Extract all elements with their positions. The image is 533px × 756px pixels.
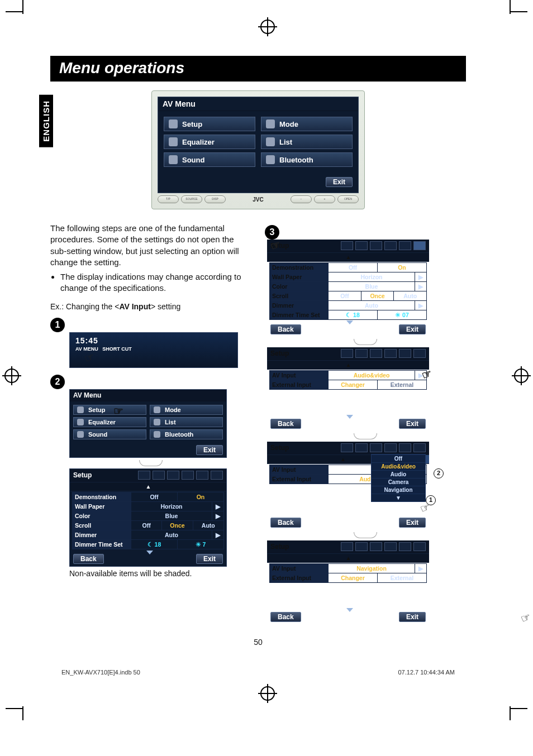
tab-icon[interactable] [341,443,353,452]
back-button[interactable]: Back [73,554,104,564]
tab-icon[interactable] [355,349,368,358]
seg-off[interactable]: Off [131,492,177,501]
exit-button[interactable]: Exit [399,612,426,622]
tab-icon[interactable] [167,471,179,480]
tab-icon[interactable] [413,443,426,452]
exit-button[interactable]: Exit [196,445,223,455]
tab-icon[interactable] [138,471,150,480]
tab-icon[interactable] [370,542,382,551]
tab-icon[interactable] [355,542,368,551]
scroll-down-button[interactable] [346,324,353,334]
seg-value[interactable]: Auto [328,301,415,310]
seg-off[interactable]: Off [328,291,361,300]
tab-icon[interactable] [413,349,426,358]
scroll-down-button[interactable] [346,419,353,429]
av-menu-item-mode[interactable]: Mode [150,405,223,415]
seg-value[interactable]: Audio&video [328,371,415,380]
tab-icon[interactable] [399,443,411,452]
seg-auto[interactable]: Auto [393,291,426,300]
av-menu-item-bluetooth[interactable]: Bluetooth [261,152,353,167]
av-menu-item-sound[interactable]: Sound [73,429,146,439]
scroll-down-button[interactable] [346,612,353,622]
tab-icon[interactable] [384,542,397,551]
dd-item[interactable]: Navigation [372,486,425,494]
tab-icon[interactable] [182,471,194,480]
tab-icon[interactable] [399,542,411,551]
seg-once[interactable]: Once [361,291,394,300]
tab-icon[interactable] [341,241,353,250]
scroll-up-button[interactable]: ▲ [267,554,429,562]
back-button[interactable]: Back [270,324,301,334]
av-menu-item-list[interactable]: List [150,417,223,427]
back-button[interactable]: Back [270,419,301,429]
dd-item[interactable]: Camera [372,478,425,486]
tab-icon[interactable] [384,443,397,452]
seg-value[interactable]: Auto [131,530,212,539]
tab-icon[interactable] [341,542,353,551]
seg-external[interactable]: External [377,573,426,582]
scroll-down-button[interactable] [146,554,153,563]
dd-item[interactable]: Audio&video [372,462,425,470]
scroll-up-button[interactable]: ▲ [267,253,429,261]
phys-btn-source[interactable]: SOURCE [181,195,202,203]
av-menu-item-equalizer[interactable]: Equalizer [73,417,146,427]
seg-changer[interactable]: Changer [328,573,377,582]
av-menu-item-list[interactable]: List [261,135,353,149]
tab-icon[interactable] [196,471,208,480]
tab-icon[interactable] [211,471,223,480]
seg-on[interactable]: On [177,492,223,501]
seg-auto[interactable]: Auto [193,521,223,530]
chevron-right-icon[interactable]: ▶ [212,502,223,511]
exit-button[interactable]: Exit [399,518,426,528]
seg-value[interactable]: Navigation [328,564,415,573]
seg-off[interactable]: Off [328,263,377,272]
seg-on[interactable]: On [377,263,426,272]
seg-day[interactable]: ☀ 7 [177,540,223,549]
phys-btn-plus[interactable]: + [314,195,335,203]
scroll-up-button[interactable]: ▲ [70,482,226,491]
chevron-right-icon[interactable]: ▶ [415,282,426,291]
av-menu-item-setup[interactable]: Setup [73,405,146,415]
tab-icon[interactable] [384,241,397,250]
exit-button[interactable]: Exit [399,419,426,429]
phys-btn-tp[interactable]: T/P [158,195,179,203]
back-button[interactable]: Back [270,518,301,528]
av-menu-item-mode[interactable]: Mode [261,117,353,131]
tab-icon[interactable] [355,241,368,250]
tab-icon[interactable] [399,241,411,250]
tab-icon[interactable] [153,471,165,480]
tab-icon[interactable] [413,542,426,551]
seg-changer[interactable]: Changer [328,380,377,389]
seg-once[interactable]: Once [161,521,192,530]
exit-button[interactable]: Exit [196,554,223,564]
seg-night[interactable]: ☾ 18 [131,540,177,549]
back-button[interactable]: Back [270,612,301,622]
scroll-up-button[interactable]: ▲ [267,361,429,369]
dd-item[interactable]: Audio [372,470,425,478]
chevron-right-icon[interactable]: ▶ [212,511,223,520]
phys-btn-disp[interactable]: DISP [204,195,226,203]
seg-external[interactable]: External [377,380,426,389]
seg-off[interactable]: Off [131,521,161,530]
exit-button[interactable]: Exit [399,324,426,334]
tab-icon[interactable] [370,443,382,452]
exit-button[interactable]: Exit [326,177,353,187]
av-menu-item-equalizer[interactable]: Equalizer [164,135,255,149]
av-menu-item-bluetooth[interactable]: Bluetooth [150,429,223,439]
seg-value[interactable]: Blue [131,511,212,520]
tab-icon[interactable] [355,443,368,452]
tab-icon[interactable] [370,241,382,250]
seg-value[interactable]: Horizon [131,502,212,511]
seg-night[interactable]: ☾ 18 [328,310,377,319]
chevron-right-icon[interactable]: ▶ [415,301,426,310]
chevron-right-icon[interactable]: ▶ [415,564,426,573]
seg-value[interactable]: Blue [328,282,415,291]
av-menu-item-sound[interactable]: Sound [164,152,255,167]
chevron-right-icon[interactable]: ▶☞ [415,371,426,380]
tab-icon[interactable] [384,349,397,358]
tab-icon[interactable] [341,349,353,358]
tab-icon[interactable] [413,241,426,250]
dd-item[interactable]: Off [372,454,425,462]
scroll-down-button[interactable]: ▼ [372,494,425,501]
seg-value[interactable]: Horizon [328,272,415,281]
